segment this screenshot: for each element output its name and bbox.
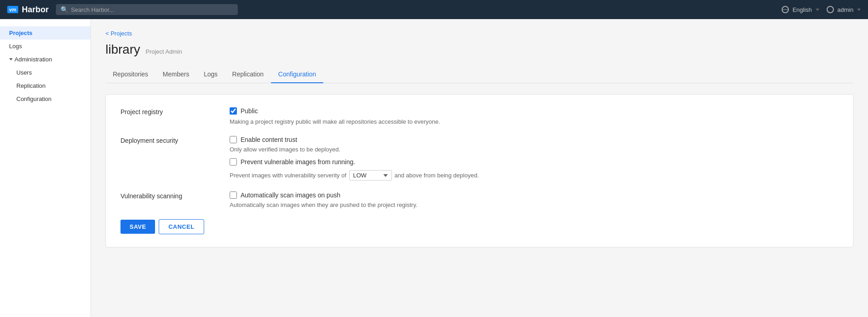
breadcrumb[interactable]: < Projects — [105, 30, 853, 37]
vm-icon: vm — [7, 6, 18, 13]
auto-scan-hint: Automatically scan images when they are … — [230, 201, 838, 208]
public-checkbox[interactable] — [230, 107, 237, 115]
sidebar: Projects Logs Administration Users Repli… — [0, 19, 91, 317]
public-checkbox-row: Public — [230, 107, 838, 115]
sidebar-projects-label: Projects — [9, 30, 32, 36]
sidebar-item-users[interactable]: Users — [0, 66, 90, 79]
page-title-area: library Project Admin — [105, 42, 853, 57]
deployment-security-field: Enable content trust Only allow verified… — [230, 136, 838, 181]
app-name: Harbor — [22, 5, 49, 15]
project-name: library — [105, 42, 140, 57]
language-chevron-icon — [816, 9, 819, 11]
content-trust-label[interactable]: Enable content trust — [241, 136, 297, 143]
content-trust-checkbox[interactable] — [230, 136, 237, 143]
prevent-vulnerable-label[interactable]: Prevent vulnerable images from running. — [241, 158, 355, 166]
tab-replication[interactable]: Replication — [225, 66, 271, 83]
cancel-button[interactable]: CANCEL — [159, 219, 204, 234]
prevent-images-prefix: Prevent images with vulnerability server… — [230, 172, 346, 179]
vulnerability-severity-row: Prevent images with vulnerability server… — [230, 170, 838, 181]
sidebar-users-label: Users — [16, 69, 32, 76]
configuration-card: Project registry Public Making a project… — [105, 94, 853, 247]
severity-select[interactable]: LOW MEDIUM HIGH CRITICAL — [349, 170, 392, 181]
search-icon: 🔍 — [60, 6, 68, 13]
user-chevron-icon — [857, 9, 861, 11]
project-registry-label: Project registry — [120, 107, 211, 125]
sidebar-item-administration[interactable]: Administration — [0, 53, 90, 66]
auto-scan-checkbox-row: Automatically scan images on push — [230, 191, 838, 199]
app-logo[interactable]: vm Harbor — [7, 5, 49, 15]
content-trust-hint: Only allow verified images to be deploye… — [230, 146, 838, 153]
auto-scan-checkbox[interactable] — [230, 191, 237, 199]
sidebar-item-logs[interactable]: Logs — [0, 40, 90, 53]
save-button[interactable]: SAVE — [120, 220, 155, 234]
sidebar-item-configuration[interactable]: Configuration — [0, 92, 90, 106]
search-bar[interactable]: 🔍 Search Harbor... — [56, 4, 238, 15]
tab-configuration[interactable]: Configuration — [271, 66, 323, 83]
tab-logs[interactable]: Logs — [196, 66, 225, 83]
public-hint: Making a project registry public will ma… — [230, 118, 838, 125]
user-menu[interactable]: admin — [827, 6, 861, 13]
auto-scan-label[interactable]: Automatically scan images on push — [241, 191, 340, 199]
topnav-right: English admin — [782, 6, 861, 13]
sidebar-logs-label: Logs — [9, 43, 22, 50]
language-selector[interactable]: English — [782, 6, 819, 13]
globe-icon — [782, 6, 789, 13]
tab-bar: Repositories Members Logs Replication Co… — [105, 66, 853, 83]
project-registry-field: Public Making a project registry public … — [230, 107, 838, 125]
sidebar-replication-label: Replication — [16, 82, 45, 89]
prevent-vulnerable-checkbox-row: Prevent vulnerable images from running. — [230, 158, 838, 166]
search-placeholder: Search Harbor... — [71, 6, 114, 13]
deployment-security-label: Deployment security — [120, 136, 211, 181]
tab-members[interactable]: Members — [156, 66, 196, 83]
sidebar-item-replication[interactable]: Replication — [0, 79, 90, 92]
sidebar-administration-label: Administration — [15, 56, 52, 63]
main-content: < Projects library Project Admin Reposit… — [91, 19, 868, 317]
user-icon — [827, 6, 834, 13]
tab-repositories[interactable]: Repositories — [105, 66, 156, 83]
deployment-security-row: Deployment security Enable content trust… — [120, 136, 838, 181]
vulnerability-scanning-label: Vulnerability scanning — [120, 191, 211, 208]
prevent-images-suffix: and above from being deployed. — [395, 172, 479, 179]
language-label: English — [793, 6, 812, 13]
administration-chevron-icon — [9, 58, 13, 60]
top-navigation: vm Harbor 🔍 Search Harbor... English adm… — [0, 0, 868, 19]
vulnerability-scanning-field: Automatically scan images on push Automa… — [230, 191, 838, 208]
role-badge: Project Admin — [146, 48, 182, 55]
content-trust-checkbox-row: Enable content trust — [230, 136, 838, 143]
sidebar-configuration-label: Configuration — [16, 96, 51, 102]
username-label: admin — [838, 6, 853, 13]
project-registry-row: Project registry Public Making a project… — [120, 107, 838, 125]
sidebar-item-projects[interactable]: Projects — [0, 26, 90, 40]
form-actions: SAVE CANCEL — [120, 219, 838, 234]
page-layout: Projects Logs Administration Users Repli… — [0, 19, 868, 317]
public-label[interactable]: Public — [241, 107, 258, 115]
prevent-vulnerable-checkbox[interactable] — [230, 158, 237, 166]
vulnerability-scanning-row: Vulnerability scanning Automatically sca… — [120, 191, 838, 208]
